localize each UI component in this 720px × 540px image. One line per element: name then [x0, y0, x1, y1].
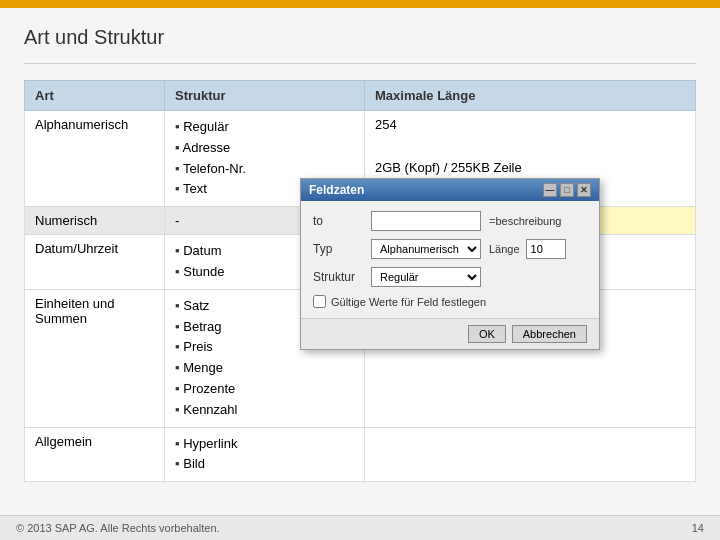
header-row: Art Struktur Maximale Länge — [25, 81, 696, 111]
dialog-title: Feldzaten — [309, 183, 364, 197]
dialog-titlebar: Feldzaten — □ ✕ — [301, 179, 599, 201]
checkbox-row: Gültige Werte für Feld festlegen — [313, 295, 587, 308]
checkbox-label: Gültige Werte für Feld festlegen — [331, 296, 486, 308]
typ-row: Typ Alphanumerisch Länge — [313, 239, 587, 259]
to-label: to — [313, 214, 365, 228]
list-item: Regulär — [175, 117, 354, 138]
dialog-footer: OK Abbrechen — [301, 318, 599, 349]
cell-art: Datum/Uhrzeit — [25, 235, 165, 290]
list-item: Adresse — [175, 138, 354, 159]
list-item: Prozente — [175, 379, 354, 400]
struktur-row: Struktur Regulär — [313, 267, 587, 287]
table-row: Allgemein Hyperlink Bild — [25, 427, 696, 482]
cell-art: Alphanumerisch — [25, 111, 165, 207]
typ-select[interactable]: Alphanumerisch — [371, 239, 481, 259]
to-row: to =beschreibung — [313, 211, 587, 231]
cell-art: Numerisch — [25, 207, 165, 235]
page-title: Art und Struktur — [24, 26, 696, 49]
typ-label: Typ — [313, 242, 365, 256]
laenge-line1: 254 — [375, 117, 685, 132]
close-button[interactable]: ✕ — [577, 183, 591, 197]
laenge-input[interactable] — [526, 239, 566, 259]
struktur-list: Hyperlink Bild — [175, 434, 354, 476]
col-laenge: Maximale Länge — [365, 81, 696, 111]
beschreibung-label: =beschreibung — [489, 215, 561, 227]
top-bar — [0, 0, 720, 8]
list-item: Menge — [175, 358, 354, 379]
cell-laenge — [365, 427, 696, 482]
struktur-label: Struktur — [313, 270, 365, 284]
gueltige-checkbox[interactable] — [313, 295, 326, 308]
list-item: Hyperlink — [175, 434, 354, 455]
footer: © 2013 SAP AG. Alle Rechts vorbehalten. … — [0, 515, 720, 540]
page-number: 14 — [692, 522, 704, 534]
divider — [24, 63, 696, 64]
to-input[interactable] — [371, 211, 481, 231]
cancel-button[interactable]: Abbrechen — [512, 325, 587, 343]
dialog-titlebar-buttons[interactable]: — □ ✕ — [543, 183, 591, 197]
feldzaten-dialog: Feldzaten — □ ✕ to =beschreibung Typ Alp… — [300, 178, 600, 350]
laenge-label-inline: Länge — [489, 243, 520, 255]
list-item: Bild — [175, 454, 354, 475]
table-header: Art Struktur Maximale Länge — [25, 81, 696, 111]
cell-struktur: Hyperlink Bild — [165, 427, 365, 482]
struktur-select[interactable]: Regulär — [371, 267, 481, 287]
list-item: Telefon-Nr. — [175, 159, 354, 180]
maximize-button[interactable]: □ — [560, 183, 574, 197]
col-art: Art — [25, 81, 165, 111]
minimize-button[interactable]: — — [543, 183, 557, 197]
cell-art: Einheiten undSummen — [25, 289, 165, 427]
list-item: Kennzahl — [175, 400, 354, 421]
ok-button[interactable]: OK — [468, 325, 506, 343]
copyright-text: © 2013 SAP AG. Alle Rechts vorbehalten. — [16, 522, 220, 534]
col-struktur: Struktur — [165, 81, 365, 111]
laenge-line2: 2GB (Kopf) / 255KB Zeile — [375, 160, 685, 175]
dialog-body: to =beschreibung Typ Alphanumerisch Läng… — [301, 201, 599, 318]
cell-art: Allgemein — [25, 427, 165, 482]
